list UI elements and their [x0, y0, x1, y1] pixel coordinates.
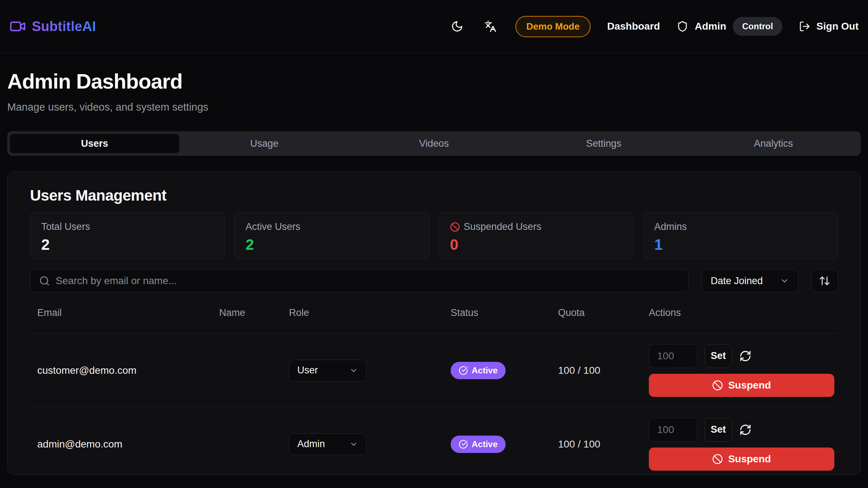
table-header-row: Email Name Role Status Quota Actions [30, 292, 838, 334]
stat-label: Admins [654, 221, 827, 232]
status-badge: Active [451, 362, 506, 379]
user-email: admin@demo.com [30, 438, 212, 450]
chevron-down-icon [780, 276, 789, 286]
stat-card-admins: Admins 1 [643, 212, 838, 259]
ban-icon [712, 380, 723, 391]
stat-value: 2 [246, 236, 418, 253]
stat-card-active-users: Active Users 2 [234, 212, 429, 259]
languages-icon [484, 20, 497, 33]
stat-label: Suspended Users [464, 221, 541, 232]
tab-bar: Users Usage Videos Settings Analytics [7, 131, 861, 156]
moon-icon [451, 20, 463, 33]
quota-value: 100 / 100 [551, 365, 642, 376]
admin-username: Admin [695, 21, 726, 32]
stat-label: Total Users [41, 221, 214, 232]
sign-out-label: Sign Out [816, 21, 859, 32]
users-table: Email Name Role Status Quota Actions cus… [30, 292, 838, 475]
chevron-down-icon [349, 440, 358, 449]
page-subtitle: Manage users, videos, and system setting… [7, 101, 861, 113]
col-header-status: Status [443, 307, 551, 318]
check-circle-icon [459, 366, 468, 375]
video-camera-icon [9, 18, 26, 35]
stat-value: 0 [450, 236, 622, 253]
stat-card-suspended-users: Suspended Users 0 [439, 212, 634, 259]
log-out-icon [799, 21, 810, 32]
quota-value: 100 / 100 [551, 438, 642, 450]
refresh-quota-button[interactable] [739, 424, 752, 436]
search-toolbar: Date Joined [30, 269, 838, 292]
demo-mode-badge: Demo Mode [515, 16, 590, 37]
stats-row: Total Users 2 Active Users 2 Suspended U… [30, 212, 838, 259]
status-label: Active [472, 439, 498, 449]
sort-field-select[interactable]: Date Joined [702, 269, 798, 292]
tab-usage[interactable]: Usage [179, 134, 349, 153]
quota-input[interactable] [649, 418, 697, 442]
stat-value: 1 [654, 236, 827, 253]
suspend-label: Suspend [728, 380, 771, 391]
suspend-label: Suspend [728, 453, 771, 465]
refresh-icon [739, 424, 752, 436]
role-value: User [297, 365, 318, 376]
suspend-button[interactable]: Suspend [649, 448, 834, 471]
user-email: customer@demo.com [30, 365, 212, 376]
refresh-icon [739, 350, 752, 362]
search-input[interactable] [56, 275, 680, 287]
col-header-email: Email [30, 307, 212, 318]
stat-value: 2 [41, 236, 214, 253]
table-row: admin@demo.com Admin Active 100 / 100 [30, 407, 838, 475]
arrow-up-down-icon [819, 275, 830, 287]
role-select[interactable]: Admin [289, 433, 366, 455]
stat-label: Active Users [246, 221, 418, 232]
col-header-quota: Quota [551, 307, 642, 318]
chevron-down-icon [349, 366, 358, 375]
sign-out-button[interactable]: Sign Out [799, 21, 859, 32]
row-actions: Set Suspend [642, 418, 838, 471]
status-badge: Active [451, 436, 506, 453]
section-heading: Users Management [30, 187, 838, 204]
shield-icon [677, 21, 688, 32]
users-management-card: Users Management Total Users 2 Active Us… [7, 171, 861, 475]
sort-direction-button[interactable] [811, 269, 838, 292]
ban-icon [712, 454, 723, 465]
tab-analytics[interactable]: Analytics [689, 134, 858, 153]
top-navbar: SubtitleAI Demo Mode Dashboard Admin Con… [0, 0, 868, 53]
dashboard-link[interactable]: Dashboard [607, 21, 660, 32]
tab-settings[interactable]: Settings [519, 134, 689, 153]
set-quota-button[interactable]: Set [705, 344, 732, 368]
col-header-actions: Actions [642, 307, 838, 318]
row-actions: Set Suspend [642, 344, 838, 397]
brand-name: SubtitleAI [32, 19, 96, 34]
control-badge: Control [733, 17, 782, 36]
tab-videos[interactable]: Videos [349, 134, 519, 153]
suspend-button[interactable]: Suspend [649, 374, 834, 397]
set-quota-button[interactable]: Set [705, 418, 732, 442]
sort-field-value: Date Joined [711, 275, 763, 287]
status-label: Active [472, 365, 498, 376]
col-header-name: Name [212, 307, 282, 318]
search-icon [39, 275, 50, 286]
language-button[interactable] [482, 18, 499, 35]
quota-input[interactable] [649, 344, 697, 368]
role-select[interactable]: User [289, 360, 366, 381]
col-header-role: Role [282, 307, 443, 318]
tab-users[interactable]: Users [10, 134, 179, 153]
brand-logo[interactable]: SubtitleAI [9, 18, 96, 35]
check-circle-icon [459, 440, 468, 449]
ban-icon [450, 222, 460, 232]
page-title: Admin Dashboard [7, 69, 861, 93]
search-box [30, 269, 689, 292]
table-row: customer@demo.com User Active 100 / 100 [30, 334, 838, 407]
refresh-quota-button[interactable] [739, 350, 752, 362]
role-value: Admin [297, 438, 325, 450]
stat-card-total-users: Total Users 2 [30, 212, 225, 259]
admin-user-cluster: Admin Control [677, 17, 782, 36]
theme-toggle-button[interactable] [449, 18, 465, 35]
